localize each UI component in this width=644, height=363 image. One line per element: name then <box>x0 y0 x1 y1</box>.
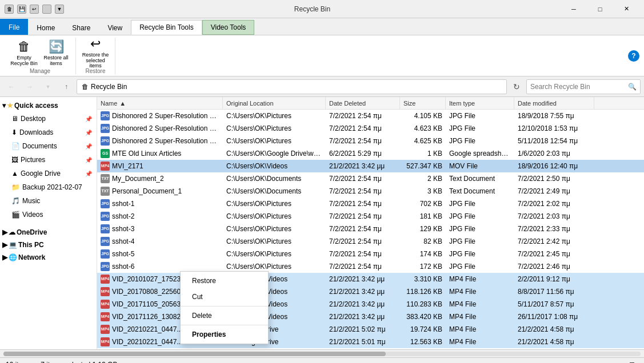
sidebar-item-pictures[interactable]: 🖼 Pictures 📌 <box>0 153 97 167</box>
context-menu-delete[interactable]: Delete <box>181 308 268 324</box>
table-row[interactable]: JPGDishonored 2 Super-Resolution 201... … <box>97 135 644 147</box>
col-location-header[interactable]: Original Location <box>223 97 326 110</box>
file-name: TXTPersonal_Document_1 <box>97 187 223 196</box>
quick-access-icon[interactable]: 💾 <box>17 5 26 14</box>
table-row[interactable]: MP4VID_20210221_0447... ...K\Google Driv… <box>97 323 644 336</box>
restore-selected-button[interactable]: ↩ Restore theselected items <box>81 38 110 68</box>
up-button[interactable]: ↑ <box>58 79 74 94</box>
pictures-icon: 🖼 <box>11 156 18 164</box>
table-row[interactable]: JPGsshot-1 C:\Users\OK\Pictures 7/2/2021… <box>97 197 644 210</box>
sidebar-item-quick-access[interactable]: ▾ ★ Quick access <box>0 99 97 112</box>
file-name: GSMTE Old Linux Articles <box>97 149 223 158</box>
file-icon: JPG <box>101 262 110 271</box>
sidebar-item-videos[interactable]: 🎬 Videos <box>0 208 97 221</box>
path-icon: 🗑 <box>82 83 89 91</box>
address-path[interactable]: 🗑 Recycle Bin <box>77 79 507 94</box>
minimize-button[interactable]: ─ <box>561 0 587 18</box>
file-name: JPGDishonored 2 Super-Resolution 201... <box>97 111 223 120</box>
file-date-deleted: 7/2/2021 2:54 πμ <box>326 112 400 120</box>
details-view-button[interactable]: ≡ <box>611 359 623 364</box>
restore-all-button[interactable]: 🔄 Restore allitems <box>41 38 71 68</box>
file-modified: 7/2/2021 2:03 πμ <box>514 212 594 220</box>
sidebar-item-network[interactable]: ▶ 🌐 Network <box>0 251 97 264</box>
table-row[interactable]: JPGsshot-3 C:\Users\OK\Pictures 7/2/2021… <box>97 223 644 235</box>
context-menu-properties[interactable]: Properties <box>181 326 268 342</box>
file-date-deleted: 21/2/2021 3:42 μμ <box>326 162 400 170</box>
table-row[interactable]: JPGsshot-4 C:\Users\OK\Pictures 7/2/2021… <box>97 235 644 248</box>
file-icon: JPG <box>101 199 110 208</box>
close-button[interactable]: ✕ <box>613 0 639 18</box>
col-size-header[interactable]: Size <box>400 97 446 110</box>
sidebar-item-music[interactable]: 🎵 Music <box>0 194 97 208</box>
tab-share[interactable]: Share <box>63 20 99 35</box>
file-size: 174 KB <box>400 250 446 258</box>
file-icon: GS <box>101 149 110 158</box>
sidebar-item-documents[interactable]: 📄 Documents 📌 <box>0 139 97 153</box>
search-box[interactable]: 🔍 <box>526 79 641 94</box>
maximize-button[interactable]: □ <box>587 0 613 18</box>
context-menu-restore[interactable]: Restore <box>181 273 268 289</box>
file-size: 527.347 KB <box>400 162 446 170</box>
sidebar-item-google-drive[interactable]: ▲ Google Drive 📌 <box>0 167 97 180</box>
sidebar-item-this-pc[interactable]: ▶ 💻 This PC <box>0 239 97 251</box>
col-modified-header[interactable]: Date modified <box>514 97 594 110</box>
file-modified: 21/2/2021 4:58 πμ <box>514 338 594 346</box>
tab-home[interactable]: Home <box>28 20 63 35</box>
recent-button[interactable]: ▼ <box>40 79 56 94</box>
file-size: 1 KB <box>400 150 446 158</box>
table-row[interactable]: JPGsshot-2 C:\Users\OK\Pictures 7/2/2021… <box>97 210 644 223</box>
file-type: MP4 File <box>446 313 514 321</box>
tab-manage[interactable]: Recycle Bin Tools <box>131 20 202 35</box>
sidebar-item-downloads[interactable]: ⬇ Downloads 📌 <box>0 126 97 139</box>
back-button[interactable]: ← <box>3 79 19 94</box>
sidebar-item-onedrive[interactable]: ▶ ☁ OneDrive <box>0 226 97 239</box>
table-row[interactable]: MP4MVI_2171 C:\Users\OK\Videos 21/2/2021… <box>97 160 644 172</box>
horizontal-scrollbar[interactable] <box>0 349 644 357</box>
file-name: JPGsshot-5 <box>97 249 223 259</box>
file-size: 129 KB <box>400 225 446 233</box>
expand-icon: ▾ <box>2 102 6 110</box>
desktop-icon: 🖥 <box>11 115 18 123</box>
tab-file[interactable]: File <box>0 19 28 35</box>
sidebar-item-desktop[interactable]: 🖥 Desktop 📌 <box>0 112 97 126</box>
help-button[interactable]: ? <box>628 50 639 62</box>
file-name: MP4MVI_2171 <box>97 162 223 171</box>
table-row[interactable]: JPGsshot-5 C:\Users\OK\Pictures 7/2/2021… <box>97 248 644 260</box>
table-row[interactable]: MP4VID_20171105_205632 C:\Users\OK\Video… <box>97 298 644 310</box>
context-menu-cut[interactable]: Cut <box>181 289 268 305</box>
table-row[interactable]: MP4VID_20101027_175237 C:\Users\OK\Video… <box>97 273 644 285</box>
table-row[interactable]: GSMTE Old Linux Articles C:\Users\OK\Goo… <box>97 147 644 160</box>
table-row[interactable]: TXTMy_Document_2 C:\Users\OK\Documents 7… <box>97 172 644 185</box>
file-name: JPGsshot-1 <box>97 199 223 208</box>
table-row[interactable]: MP4VID_20171126_130827 C:\Users\OK\Video… <box>97 310 644 323</box>
col-type-header[interactable]: Item type <box>446 97 514 110</box>
file-modified: 5/11/2018 12:54 πμ <box>514 137 594 145</box>
col-name-header[interactable]: Name ▲ <box>97 97 223 110</box>
tab-view[interactable]: View <box>99 20 131 35</box>
file-icon: JPG <box>101 212 110 221</box>
table-row[interactable]: TXTPersonal_Document_1 C:\Users\OK\Docum… <box>97 185 644 197</box>
table-row[interactable]: JPGDishonored 2 Super-Resolution 201... … <box>97 122 644 135</box>
status-bar: 19 items 7 items selected 1,12 GB ≡ ⊞ <box>0 357 644 363</box>
redo-icon[interactable]: ↪ <box>42 5 51 14</box>
file-size: 82 KB <box>400 237 446 245</box>
refresh-button[interactable]: ↻ <box>509 79 524 94</box>
table-row[interactable]: JPGsshot-6 C:\Users\OK\Pictures 7/2/2021… <box>97 260 644 273</box>
file-size: 110.283 KB <box>400 300 446 308</box>
tab-play[interactable]: Video Tools <box>202 20 255 35</box>
undo-icon[interactable]: ↩ <box>30 5 39 14</box>
customize-icon[interactable]: ▼ <box>55 5 64 14</box>
table-row[interactable]: MP4VID_20170808_225609 C:\Users\OK\Video… <box>97 285 644 298</box>
forward-button[interactable]: → <box>22 79 38 94</box>
large-icons-button[interactable]: ⊞ <box>626 359 638 364</box>
pin-icon: 📌 <box>85 171 92 177</box>
sidebar-item-backup[interactable]: 📁 Backup 2021-02-07 <box>0 180 97 194</box>
col-date-header[interactable]: Date Deleted <box>326 97 400 110</box>
context-menu: Restore Cut Delete Properties <box>180 271 269 344</box>
table-row[interactable]: MP4VID_20210221_0447... ...K\Google Driv… <box>97 336 644 348</box>
empty-recycle-bin-button[interactable]: 🗑 EmptyRecycle Bin <box>9 38 39 68</box>
table-row[interactable]: JPGDishonored 2 Super-Resolution 201... … <box>97 110 644 122</box>
view-controls: ≡ ⊞ <box>611 359 638 364</box>
search-input[interactable] <box>530 83 626 91</box>
file-size: 4.625 KB <box>400 137 446 145</box>
